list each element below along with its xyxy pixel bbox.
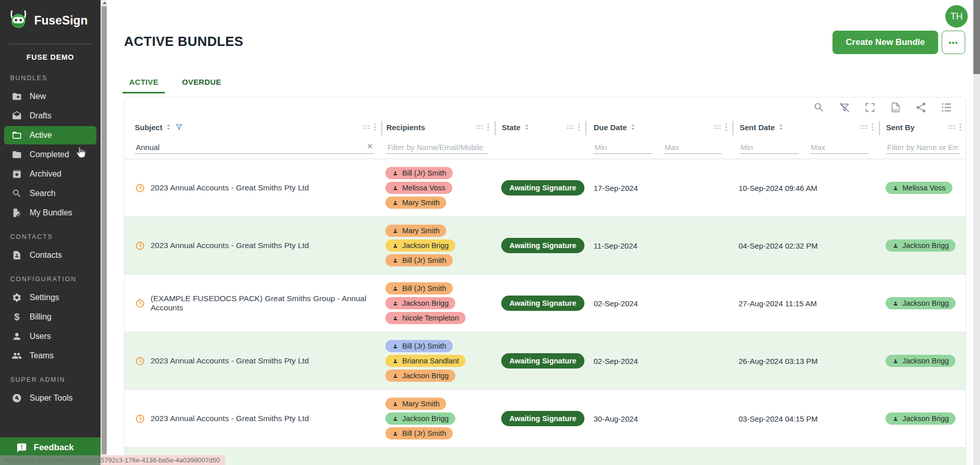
sort-icon[interactable] bbox=[523, 123, 531, 131]
subject-cell: 2023 Annual Accounts - Great Smiths Pty … bbox=[125, 159, 381, 216]
export-csv-icon[interactable]: csv bbox=[890, 102, 901, 113]
recipient-chip[interactable]: Mary Smith bbox=[385, 225, 446, 237]
sent-date-min-input[interactable] bbox=[740, 141, 799, 154]
column-menu-icon[interactable] bbox=[578, 123, 580, 131]
sidebar-item-contacts[interactable]: Contacts bbox=[4, 246, 96, 264]
brand-logo[interactable]: FuseSign bbox=[0, 0, 101, 39]
sidebar-item-new[interactable]: New bbox=[4, 87, 96, 106]
recipients-cell: Mary Smith bbox=[381, 448, 495, 465]
sidebar-item-billing[interactable]: $Billing bbox=[4, 308, 96, 326]
sent-by-chip[interactable]: Jackson Brigg bbox=[886, 239, 955, 252]
sidebar-item-completed[interactable]: Completed bbox=[4, 145, 96, 164]
column-menu-icon[interactable] bbox=[374, 123, 376, 131]
sent-by-chip[interactable]: Melissa Voss bbox=[886, 182, 952, 194]
sort-icon[interactable] bbox=[164, 123, 173, 131]
recipient-chip[interactable]: Mary Smith bbox=[385, 398, 446, 410]
tab-active[interactable]: ACTIVE bbox=[122, 70, 165, 93]
column-header-due-date[interactable]: Due Date bbox=[594, 123, 627, 132]
column-header-sent-by[interactable]: Sent By bbox=[886, 123, 915, 132]
due-date-cell: 30-Aug-2024 bbox=[585, 390, 732, 447]
sent-by-chip[interactable]: Jackson Brigg bbox=[886, 355, 955, 367]
recipient-name: Mary Smith bbox=[402, 227, 439, 235]
sidebar-scroll-thumb[interactable] bbox=[102, 6, 107, 454]
fullscreen-icon[interactable] bbox=[864, 102, 876, 113]
recipient-chip[interactable]: Bill (Jr) Smith bbox=[385, 427, 453, 439]
sidebar-item-label: Super Tools bbox=[30, 394, 72, 403]
sidebar-item-super-tools[interactable]: Super Tools bbox=[4, 389, 96, 407]
more-options-button[interactable]: ••• bbox=[942, 31, 965, 54]
sort-icon[interactable] bbox=[777, 123, 785, 131]
sort-icon[interactable] bbox=[629, 123, 637, 131]
user-avatar[interactable]: TH bbox=[945, 5, 968, 28]
recipient-chip[interactable]: Bill (Jr) Smith bbox=[385, 340, 453, 352]
recipient-chip[interactable]: Mary Smith bbox=[385, 197, 446, 209]
due-date-min-input[interactable] bbox=[594, 141, 652, 154]
sidebar-item-label: My Bundles bbox=[30, 208, 72, 217]
column-drag-handle-icon[interactable] bbox=[948, 125, 955, 130]
page-scrollbar[interactable] bbox=[973, 0, 980, 465]
recipient-chip[interactable]: Bill (Jr) Smith bbox=[385, 254, 453, 266]
table-row[interactable]: 2023 Annual Accounts - Great Smiths Pty … bbox=[125, 332, 966, 390]
recipient-chip[interactable]: Jackson Brigg bbox=[385, 370, 455, 382]
bundle-subject: 2023 Annual Accounts - Great Smiths Pty … bbox=[151, 183, 309, 192]
column-menu-icon[interactable] bbox=[871, 123, 874, 131]
sent-by-name: Melissa Voss bbox=[902, 184, 946, 192]
sent-date-max-input[interactable] bbox=[810, 141, 869, 154]
sidebar-scrollbar[interactable] bbox=[101, 0, 107, 465]
clear-filter-icon[interactable]: ✕ bbox=[366, 142, 373, 151]
recipient-chip[interactable]: Jackson Brigg bbox=[385, 297, 455, 309]
sidebar-item-archived[interactable]: Archived bbox=[4, 165, 96, 183]
column-drag-handle-icon[interactable] bbox=[476, 125, 483, 130]
search-icon[interactable] bbox=[813, 102, 825, 113]
recipient-chip[interactable]: Nicole Templeton bbox=[385, 312, 465, 324]
create-new-bundle-button[interactable]: Create New Bundle bbox=[832, 31, 938, 54]
column-drag-handle-icon[interactable] bbox=[714, 125, 721, 130]
column-menu-icon[interactable] bbox=[725, 123, 727, 131]
sent-by-chip[interactable]: Jackson Brigg bbox=[886, 297, 955, 309]
recipients-cell: Bill (Jr) SmithJackson BriggNicole Templ… bbox=[381, 275, 495, 332]
column-menu-icon[interactable] bbox=[959, 123, 962, 131]
person-icon bbox=[392, 358, 399, 364]
table-row[interactable]: 2023 Annual Accounts - Great Smiths Pty … bbox=[125, 390, 966, 448]
recipients-filter-input[interactable] bbox=[386, 141, 487, 154]
sidebar-item-my-bundles[interactable]: My Bundles bbox=[4, 204, 96, 222]
filter-off-icon[interactable] bbox=[839, 102, 850, 113]
share-icon[interactable] bbox=[915, 102, 927, 113]
sidebar-item-users[interactable]: Users bbox=[4, 327, 96, 346]
column-header-recipients[interactable]: Recipients bbox=[386, 123, 425, 132]
state-cell: Awaiting Signature bbox=[495, 275, 585, 332]
sidebar-item-settings[interactable]: Settings bbox=[4, 288, 96, 307]
column-header-sent-date[interactable]: Sent Date bbox=[740, 123, 775, 132]
column-header-subject[interactable]: Subject bbox=[135, 123, 162, 132]
table-row[interactable]: 2023 Annual Accounts - Great Smiths Pty … bbox=[125, 217, 966, 275]
sidebar-nav: BUNDLESNewDraftsActiveCompletedArchivedS… bbox=[0, 64, 101, 407]
tab-overdue[interactable]: OVERDUE bbox=[175, 70, 228, 93]
table-row[interactable]: 2023 Annual Accounts - Great Smiths Pty … bbox=[125, 159, 966, 217]
column-drag-handle-icon[interactable] bbox=[567, 125, 574, 130]
recipient-chip[interactable]: Jackson Brigg bbox=[385, 239, 455, 252]
sent-by-filter-input[interactable] bbox=[886, 141, 960, 154]
column-drag-handle-icon[interactable] bbox=[860, 125, 868, 130]
subject-filter-input[interactable] bbox=[135, 141, 374, 154]
page-scroll-thumb[interactable] bbox=[973, 0, 980, 74]
recipient-chip[interactable]: Bill (Jr) Smith bbox=[385, 282, 453, 295]
sidebar-item-teams[interactable]: Teams bbox=[4, 347, 96, 365]
table-row[interactable]: Mary Smith bbox=[125, 448, 966, 465]
active-filter-icon[interactable] bbox=[175, 123, 183, 131]
recipient-chip[interactable]: Melissa Voss bbox=[385, 182, 452, 194]
sidebar-item-drafts[interactable]: Drafts bbox=[4, 107, 96, 125]
row-density-icon[interactable] bbox=[941, 102, 952, 113]
sidebar-item-search[interactable]: Search bbox=[4, 184, 96, 203]
scroll-up-arrow[interactable] bbox=[103, 2, 107, 4]
column-menu-icon[interactable] bbox=[487, 123, 489, 131]
sent-by-chip[interactable]: Jackson Brigg bbox=[886, 412, 955, 425]
archive-icon bbox=[12, 169, 22, 179]
column-header-state[interactable]: State bbox=[502, 123, 521, 132]
table-row[interactable]: (EXAMPLE FUSEDOCS PACK) Great Smiths Gro… bbox=[125, 275, 966, 332]
column-drag-handle-icon[interactable] bbox=[362, 125, 370, 130]
recipient-chip[interactable]: Jackson Brigg bbox=[385, 412, 455, 425]
recipient-chip[interactable]: Brianna Sandlant bbox=[385, 355, 465, 367]
recipient-chip[interactable]: Bill (Jr) Smith bbox=[385, 167, 453, 179]
sidebar-item-active[interactable]: Active bbox=[4, 126, 96, 144]
due-date-max-input[interactable] bbox=[664, 141, 722, 154]
